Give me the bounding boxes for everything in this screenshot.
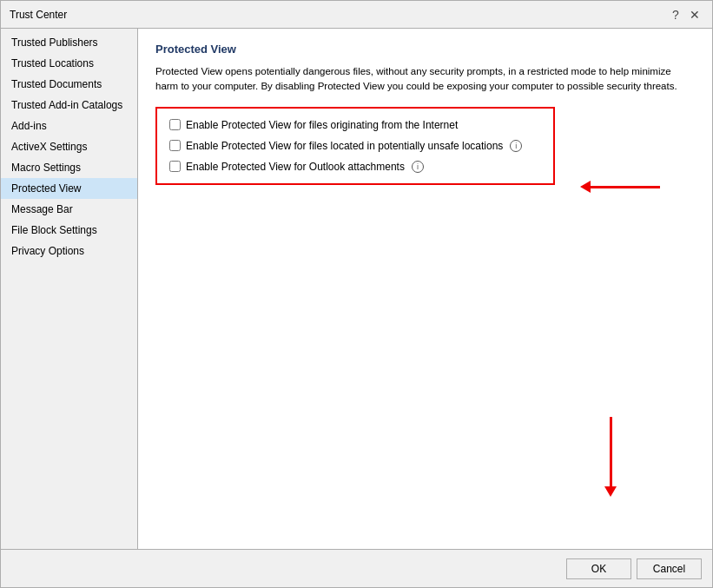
annotation-arrow-down bbox=[604, 417, 617, 497]
checkbox-outlook[interactable] bbox=[169, 161, 181, 172]
sidebar-item-trusted-add-in-catalogs[interactable]: Trusted Add-in Catalogs bbox=[1, 95, 137, 116]
ok-button[interactable]: OK bbox=[566, 558, 631, 579]
sidebar-item-trusted-publishers[interactable]: Trusted Publishers bbox=[1, 32, 137, 53]
dialog-title: Trust Center bbox=[10, 9, 67, 21]
checkbox-unsafe-locations[interactable] bbox=[169, 140, 181, 151]
checkbox-internet-label: Enable Protected View for files originat… bbox=[186, 119, 458, 131]
sidebar-item-add-ins[interactable]: Add-ins bbox=[1, 116, 137, 136]
sidebar-item-trusted-locations[interactable]: Trusted Locations bbox=[1, 53, 137, 74]
arrow-down-line bbox=[610, 417, 612, 486]
checkbox-unsafe-locations-label: Enable Protected View for files located … bbox=[186, 140, 503, 152]
sidebar-item-protected-view[interactable]: Protected View bbox=[1, 178, 137, 199]
dialog-footer: OK Cancel bbox=[1, 549, 712, 587]
sidebar-item-file-block-settings[interactable]: File Block Settings bbox=[1, 220, 137, 241]
help-button[interactable]: ? bbox=[667, 6, 684, 23]
sidebar-item-privacy-options[interactable]: Privacy Options bbox=[1, 241, 137, 261]
dialog-body: Trusted Publishers Trusted Locations Tru… bbox=[1, 29, 712, 549]
cancel-button[interactable]: Cancel bbox=[637, 558, 702, 579]
trust-center-dialog: Trust Center ? ✕ Trusted Publishers Trus… bbox=[0, 0, 713, 588]
checkbox-outlook-label: Enable Protected View for Outlook attach… bbox=[186, 161, 405, 173]
annotation-arrow-left bbox=[580, 181, 660, 193]
arrow-left-line bbox=[591, 186, 660, 188]
info-icon-unsafe-locations[interactable]: i bbox=[510, 140, 522, 152]
options-box: Enable Protected View for files originat… bbox=[155, 107, 555, 185]
arrow-left-head bbox=[580, 181, 591, 193]
content-description: Protected View opens potentially dangero… bbox=[155, 64, 695, 95]
sidebar-item-macro-settings[interactable]: Macro Settings bbox=[1, 157, 137, 178]
close-button[interactable]: ✕ bbox=[686, 6, 703, 23]
checkbox-row-internet: Enable Protected View for files originat… bbox=[169, 119, 541, 131]
content-area: Protected View Protected View opens pote… bbox=[138, 29, 712, 549]
sidebar-item-trusted-documents[interactable]: Trusted Documents bbox=[1, 74, 137, 95]
checkbox-internet[interactable] bbox=[169, 119, 181, 130]
arrow-down-head bbox=[604, 486, 617, 497]
checkbox-row-outlook: Enable Protected View for Outlook attach… bbox=[169, 161, 541, 173]
title-bar-controls: ? ✕ bbox=[667, 6, 703, 23]
content-title: Protected View bbox=[155, 43, 695, 56]
title-bar: Trust Center ? ✕ bbox=[1, 1, 712, 29]
checkbox-row-unsafe-locations: Enable Protected View for files located … bbox=[169, 140, 541, 152]
sidebar-item-message-bar[interactable]: Message Bar bbox=[1, 199, 137, 220]
sidebar: Trusted Publishers Trusted Locations Tru… bbox=[1, 29, 138, 549]
sidebar-item-activex-settings[interactable]: ActiveX Settings bbox=[1, 136, 137, 157]
info-icon-outlook[interactable]: i bbox=[412, 161, 424, 173]
